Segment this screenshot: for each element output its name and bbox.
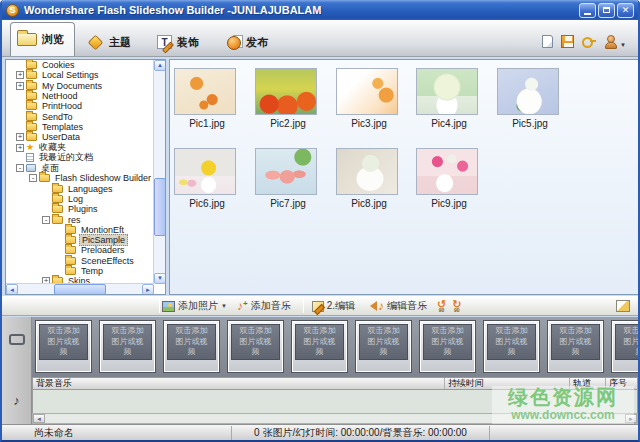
timeline-slot-5[interactable]: 双击添加图片或视频 [291, 320, 348, 373]
rotate-left-button[interactable]: ↺ 90 [437, 299, 446, 313]
dropdown-arrow-icon[interactable]: ▼ [221, 303, 227, 309]
folder-icon [65, 246, 76, 254]
thumbnail-label: Pic9.jpg [416, 198, 482, 209]
thumbnail-Pic9-jpg[interactable]: Pic9.jpg [416, 148, 482, 209]
edit-music-button[interactable]: ♪ 编辑音乐 [365, 299, 427, 313]
thumbnail-image[interactable] [416, 148, 478, 195]
scroll-left-icon[interactable]: ◄ [33, 414, 45, 423]
timeline-slot-6[interactable]: 双击添加图片或视频 [355, 320, 412, 373]
tab-theme[interactable]: 主题 [81, 28, 145, 56]
scrollbar-thumb[interactable] [54, 284, 106, 295]
app-logo-icon: S [6, 4, 19, 17]
thumbnail-image[interactable] [416, 68, 478, 115]
thumbnail-image[interactable] [497, 68, 559, 115]
tree-item-20[interactable]: Temp [6, 266, 165, 276]
tree-item-19[interactable]: SceneEffects [6, 256, 165, 266]
thumbnail-image[interactable] [336, 148, 398, 195]
tree-item-7[interactable]: +UserData [6, 132, 165, 142]
timeline-slot-placeholder: 双击添加图片或视频 [487, 324, 536, 360]
export-image-icon[interactable] [616, 300, 630, 312]
thumbnail-Pic2-jpg[interactable]: Pic2.jpg [255, 68, 321, 129]
tree-item-17[interactable]: PicSample [6, 235, 165, 245]
tree-item-label: Plugins [66, 204, 100, 214]
toolbar-separator [159, 299, 160, 313]
collapse-icon[interactable]: - [16, 164, 24, 172]
add-music-button[interactable]: ♪ + 添加音乐 [237, 299, 291, 313]
column-number[interactable]: 序号 [606, 378, 637, 389]
scroll-up-icon[interactable]: ▲ [154, 60, 166, 71]
timeline-slot-9[interactable]: 双击添加图片或视频 [547, 320, 604, 373]
status-bar: 尚未命名 0 张图片/幻灯时间: 00:00:00/背景音乐: 00:00:00 [2, 424, 638, 440]
tab-decorate[interactable]: T 装饰 [151, 28, 215, 56]
minimize-button[interactable] [579, 3, 596, 18]
add-photo-label: 添加照片 [178, 299, 218, 313]
folder-icon [65, 267, 76, 275]
tree-horizontal-scrollbar[interactable]: ◄ ► [6, 283, 154, 294]
thumbnail-image[interactable] [174, 68, 236, 115]
tree-vertical-scrollbar[interactable]: ▲ ▼ [153, 60, 165, 284]
collapse-icon[interactable]: - [42, 216, 50, 224]
column-background-music[interactable]: 背景音乐 [33, 378, 445, 389]
scroll-down-icon[interactable]: ▼ [154, 273, 166, 284]
timeline-slot-8[interactable]: 双击添加图片或视频 [483, 320, 540, 373]
window-controls: ✕ [579, 3, 634, 18]
timeline-slot-3[interactable]: 双击添加图片或视频 [163, 320, 220, 373]
add-photo-button[interactable]: 添加照片 ▼ [162, 299, 227, 313]
edit-label: 2.编辑 [327, 299, 355, 313]
timeline-slot-7[interactable]: 双击添加图片或视频 [419, 320, 476, 373]
tree-item-15[interactable]: -res [6, 214, 165, 224]
timeline-slot-10[interactable]: 双击添加图片或视频 [611, 320, 638, 373]
account-dropdown-icon[interactable]: ▼ [620, 42, 626, 48]
music-horizontal-scrollbar[interactable]: ◄ ► [32, 413, 638, 424]
timeline-slot-placeholder: 双击添加图片或视频 [103, 324, 152, 360]
column-duration[interactable]: 持续时间 [445, 378, 570, 389]
tree-item-13[interactable]: Log [6, 194, 165, 204]
thumbnail-Pic3-jpg[interactable]: Pic3.jpg [336, 68, 402, 129]
timeline-slot-4[interactable]: 双击添加图片或视频 [227, 320, 284, 373]
collapse-icon[interactable]: - [29, 174, 37, 182]
thumbnail-Pic8-jpg[interactable]: Pic8.jpg [336, 148, 402, 209]
thumbnail-Pic4-jpg[interactable]: Pic4.jpg [416, 68, 482, 129]
thumbnail-image[interactable] [174, 148, 236, 195]
thumbnail-image[interactable] [336, 68, 398, 115]
thumbnail-label: Pic6.jpg [174, 198, 240, 209]
thumbnail-Pic1-jpg[interactable]: Pic1.jpg [174, 68, 240, 129]
expand-icon[interactable]: + [16, 82, 24, 90]
new-project-icon[interactable] [542, 35, 553, 48]
column-track[interactable]: 轨道 [570, 378, 606, 389]
tab-publish[interactable]: 发布 [221, 28, 285, 56]
tree-item-18[interactable]: Preloaders [6, 245, 165, 255]
rotate-right-button[interactable]: ↻ 90 [452, 299, 461, 313]
close-button[interactable]: ✕ [617, 3, 634, 18]
scroll-right-icon[interactable]: ► [142, 284, 154, 295]
scrollbar-thumb[interactable] [154, 178, 166, 236]
expand-icon[interactable]: + [16, 71, 24, 79]
tree-item-10[interactable]: -桌面 [6, 163, 165, 173]
tree-item-12[interactable]: Languages [6, 184, 165, 194]
register-key-icon[interactable] [582, 35, 596, 47]
expand-icon[interactable]: + [16, 144, 24, 152]
timeline-slot-1[interactable]: 双击添加图片或视频 [35, 320, 92, 373]
scroll-right-icon[interactable]: ► [625, 414, 637, 423]
music-list-empty[interactable] [32, 390, 638, 413]
thumbnail-image[interactable] [255, 68, 317, 115]
tree-item-label: Cookies [40, 60, 77, 70]
tree-item-11[interactable]: -Flash Slideshow Builder [6, 173, 165, 183]
tree-item-9[interactable]: 我最近的文档 [6, 153, 165, 163]
save-icon[interactable] [561, 35, 574, 48]
thumbnail-Pic7-jpg[interactable]: Pic7.jpg [255, 148, 321, 209]
tree-item-14[interactable]: Plugins [6, 204, 165, 214]
folder-icon [26, 92, 37, 100]
edit-button[interactable]: 2.编辑 [312, 299, 355, 313]
timeline-slot-placeholder: 双击添加图片或视频 [359, 324, 408, 360]
timeline-slot-2[interactable]: 双击添加图片或视频 [99, 320, 156, 373]
thumbnail-Pic6-jpg[interactable]: Pic6.jpg [174, 148, 240, 209]
maximize-button[interactable] [598, 3, 615, 18]
scroll-left-icon[interactable]: ◄ [6, 284, 18, 295]
tab-browse[interactable]: 浏览 [10, 22, 75, 56]
add-music-label: 添加音乐 [251, 299, 291, 313]
expand-icon[interactable]: + [16, 133, 24, 141]
account-icon[interactable] [604, 35, 616, 48]
thumbnail-image[interactable] [255, 148, 317, 195]
thumbnail-Pic5-jpg[interactable]: Pic5.jpg [497, 68, 563, 129]
